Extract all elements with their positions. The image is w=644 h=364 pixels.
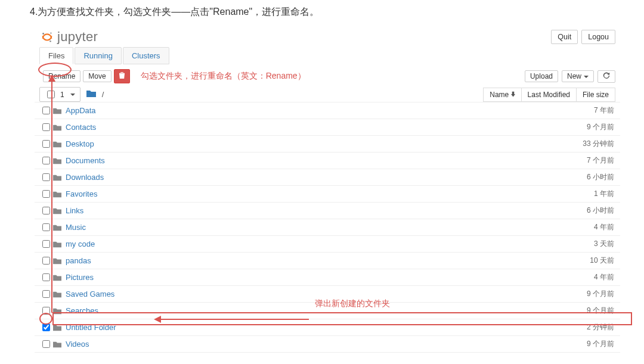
row-checkbox[interactable]	[42, 223, 50, 231]
row-checkbox[interactable]	[42, 190, 50, 198]
row-checkbox[interactable]	[42, 157, 50, 164]
rename-button[interactable]: Rename	[43, 70, 80, 82]
table-row[interactable]: Pictures4 年前	[35, 269, 620, 286]
folder-icon[interactable]	[86, 89, 96, 100]
file-name[interactable]: Pictures	[66, 273, 549, 282]
row-checkbox[interactable]	[42, 273, 50, 281]
select-all-checkbox[interactable]	[47, 91, 55, 98]
row-checkbox-wrap	[41, 173, 51, 181]
table-row[interactable]: Videos9 个月前	[35, 336, 620, 353]
folder-icon	[51, 140, 63, 148]
file-time: 3 天前	[549, 239, 614, 249]
sort-file-size[interactable]: File size	[577, 88, 615, 102]
chevron-down-icon	[70, 94, 75, 96]
header: jupyter Quit Logou	[35, 26, 620, 47]
row-checkbox[interactable]	[42, 107, 50, 114]
file-name[interactable]: Links	[66, 206, 549, 215]
table-row[interactable]: Music4 年前	[35, 219, 620, 236]
row-checkbox[interactable]	[42, 307, 50, 315]
file-time: 9 个月前	[549, 122, 614, 132]
trash-icon	[119, 73, 125, 81]
select-count-dropdown[interactable]: 1	[39, 87, 80, 102]
instruction-text: 4.为方便查找文件夹，勾选文件夹——点击"Rename"，进行重命名。	[0, 0, 644, 26]
file-list: AppData7 年前Contacts9 个月前Desktop33 分钟前Doc…	[35, 102, 620, 353]
row-checkbox-wrap	[41, 140, 51, 148]
row-checkbox[interactable]	[42, 290, 50, 298]
breadcrumb-root[interactable]: /	[102, 90, 104, 99]
table-row[interactable]: Desktop33 分钟前	[35, 136, 620, 153]
sort-last-modified[interactable]: Last Modified	[522, 88, 577, 102]
row-checkbox[interactable]	[42, 140, 50, 148]
upload-button[interactable]: Upload	[525, 70, 558, 82]
row-checkbox-wrap	[41, 290, 51, 298]
file-time: 6 小时前	[549, 206, 614, 216]
table-row[interactable]: Saved Games9 个月前	[35, 286, 620, 303]
svg-point-0	[42, 33, 44, 35]
row-checkbox[interactable]	[42, 340, 50, 348]
new-button[interactable]: New	[562, 70, 594, 82]
file-name[interactable]: Favorites	[66, 189, 549, 198]
folder-icon	[51, 323, 63, 332]
file-name[interactable]: Videos	[66, 340, 549, 349]
file-name[interactable]: Music	[66, 223, 549, 232]
screenshot-frame: jupyter Quit Logou Files Running Cluster…	[35, 26, 620, 353]
table-row[interactable]: pandas10 天前	[35, 253, 620, 269]
row-checkbox-wrap	[41, 157, 51, 164]
file-name[interactable]: AppData	[66, 106, 549, 115]
row-checkbox-wrap	[41, 323, 51, 331]
logout-button[interactable]: Logou	[581, 30, 615, 44]
table-row[interactable]: Documents7 个月前	[35, 153, 620, 169]
logo[interactable]: jupyter	[41, 29, 98, 45]
file-time: 4 年前	[549, 272, 614, 282]
sort-name[interactable]: Name	[483, 88, 521, 102]
table-row[interactable]: AppData7 年前	[35, 102, 620, 119]
table-row[interactable]: Untitled Folder2 分钟前	[35, 319, 620, 336]
file-name[interactable]: Saved Games	[66, 290, 549, 298]
folder-icon	[51, 107, 63, 115]
file-name[interactable]: Downloads	[66, 173, 549, 182]
annotation-rename-hint: 勾选文件夹，进行重命名（英文：Rename）	[141, 71, 306, 82]
file-name[interactable]: Searches	[66, 306, 549, 315]
row-checkbox[interactable]	[42, 323, 50, 331]
file-time: 7 年前	[549, 105, 614, 116]
table-row[interactable]: Links6 小时前	[35, 203, 620, 219]
folder-icon	[51, 257, 63, 265]
file-time: 33 分钟前	[549, 139, 614, 149]
row-checkbox-wrap	[41, 123, 51, 131]
tab-files[interactable]: Files	[39, 47, 73, 64]
tab-clusters[interactable]: Clusters	[123, 47, 169, 64]
folder-icon	[51, 157, 63, 165]
file-time: 9 个月前	[549, 289, 614, 299]
table-row[interactable]: my code3 天前	[35, 236, 620, 253]
table-row[interactable]: Downloads6 小时前	[35, 169, 620, 186]
row-checkbox-wrap	[41, 207, 51, 214]
tabs: Files Running Clusters	[35, 47, 620, 64]
row-checkbox[interactable]	[42, 207, 50, 214]
row-checkbox[interactable]	[42, 257, 50, 265]
file-name[interactable]: Documents	[66, 156, 549, 165]
row-checkbox-wrap	[41, 190, 51, 198]
folder-icon	[51, 190, 63, 198]
refresh-icon	[603, 73, 610, 81]
row-checkbox[interactable]	[42, 123, 50, 131]
table-row[interactable]: Contacts9 个月前	[35, 119, 620, 136]
table-row[interactable]: Searches9 个月前	[35, 303, 620, 319]
file-name[interactable]: Desktop	[66, 139, 549, 148]
row-checkbox[interactable]	[42, 173, 50, 181]
svg-point-2	[49, 41, 51, 42]
row-checkbox-wrap	[41, 107, 51, 114]
delete-button[interactable]	[114, 69, 130, 83]
row-checkbox-wrap	[41, 257, 51, 265]
file-name[interactable]: Contacts	[66, 123, 549, 132]
table-row[interactable]: Favorites1 年前	[35, 186, 620, 203]
logo-text: jupyter	[57, 29, 98, 45]
refresh-button[interactable]	[597, 70, 615, 83]
file-name[interactable]: my code	[66, 239, 549, 248]
file-name[interactable]: pandas	[66, 256, 549, 265]
quit-button[interactable]: Quit	[551, 30, 578, 44]
move-button[interactable]: Move	[83, 70, 111, 82]
row-checkbox[interactable]	[42, 240, 50, 248]
file-name[interactable]: Untitled Folder	[66, 323, 549, 332]
tab-running[interactable]: Running	[75, 47, 121, 64]
folder-icon	[51, 307, 63, 315]
